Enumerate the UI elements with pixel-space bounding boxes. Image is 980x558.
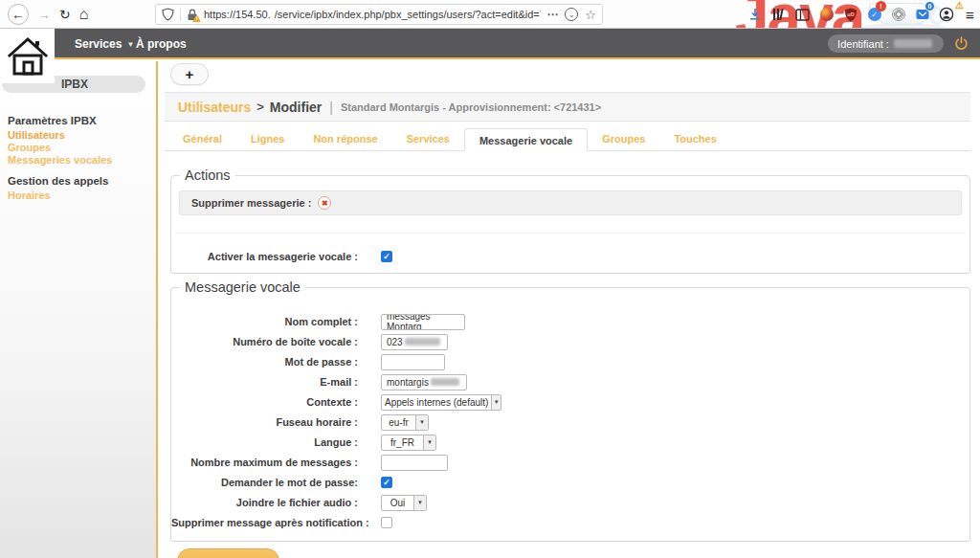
masked-value xyxy=(405,338,440,346)
add-button[interactable]: + xyxy=(170,63,209,85)
menu-hamburger-icon[interactable]: ≡ ⚠ xyxy=(962,7,978,23)
selected-value: fr_FR xyxy=(382,437,423,448)
account-icon[interactable] xyxy=(938,7,954,23)
breadcrumb-section-link[interactable]: Utilisateurs xyxy=(178,100,251,115)
field-label-supprimer-message-apr-s-notification: Supprimer message après notification : xyxy=(171,517,358,528)
actions-divider xyxy=(175,233,966,234)
breadcrumb: Utilisateurs > Modifier | Standard Monta… xyxy=(165,92,970,122)
url-text: https://154.50./service/ipbx/index.php/p… xyxy=(204,9,541,20)
form-row: Demander le mot de passe: xyxy=(171,475,969,490)
dropdown-arrow-icon: ▼ xyxy=(491,395,501,410)
field-label-nombre-maximum-de-messages: Nombre maximum de messages : xyxy=(171,457,358,468)
sidebar-item-messageries-vocales[interactable]: Messageries vocales xyxy=(8,154,152,166)
selected-value: Appels internes (default) xyxy=(382,397,491,408)
mail-extension-icon[interactable]: 0 xyxy=(914,7,930,23)
field-checkbox-supprimer-message-apr-s-notification[interactable] xyxy=(381,517,392,528)
sidebar-toggle-icon[interactable] xyxy=(794,7,811,23)
form-row: Langue :fr_FR▼ xyxy=(171,435,969,450)
sidebar-item-groupes[interactable]: Groupes xyxy=(8,142,152,153)
save-button[interactable] xyxy=(177,548,279,558)
field-label-e-mail: E-mail : xyxy=(171,376,358,388)
field-label-mot-de-passe: Mot de passe : xyxy=(171,356,358,368)
voicemail-section: Messagerie vocale Nom complet :messages … xyxy=(170,287,970,542)
field-input-nombre-maximum-de-messages[interactable] xyxy=(381,455,448,471)
breadcrumb-separator: > xyxy=(256,100,264,114)
enable-voicemail-checkbox[interactable] xyxy=(381,251,392,262)
identifiant-badge: Identifiant : xyxy=(828,34,944,53)
field-select-langue[interactable]: fr_FR▼ xyxy=(381,435,436,451)
field-label-fuseau-horaire: Fuseau horaire : xyxy=(171,416,358,428)
tracking-shield-icon[interactable] xyxy=(162,8,174,21)
actions-section: Actions Supprimer messagerie : ✖ Activer… xyxy=(170,175,970,274)
app-header: Services▼ À propos Identifiant : xyxy=(0,29,980,59)
menu-warning-icon: ⚠ xyxy=(955,0,964,11)
wheel-extension-icon[interactable] xyxy=(890,7,906,23)
sidebar-section-title: Gestion des appels xyxy=(8,175,152,187)
field-select-joindre-le-fichier-audio[interactable]: Oui▼ xyxy=(381,495,427,511)
breadcrumb-subtitle: Standard Montargis - Approvisionnement: … xyxy=(341,101,601,113)
delete-voicemail-row: Supprimer messagerie : ✖ xyxy=(179,190,962,215)
form-row: Joindre le fichier audio :Oui▼ xyxy=(171,495,969,510)
tab-non-r-ponse[interactable]: Non réponse xyxy=(299,128,391,150)
forward-button[interactable]: → xyxy=(37,7,51,22)
field-checkbox-demander-le-mot-de-passe[interactable] xyxy=(381,477,392,488)
tab-messagerie-vocale[interactable]: Messagerie vocale xyxy=(464,128,588,151)
masked-value xyxy=(431,378,459,386)
selected-value: eu-fr xyxy=(382,417,415,428)
verified-check-icon[interactable]: ✓ ! xyxy=(866,7,882,23)
adblock-shield-icon[interactable]: uD xyxy=(842,7,858,23)
field-value: 023 xyxy=(387,337,403,347)
library-icon[interactable] xyxy=(770,7,787,23)
home-button[interactable]: ⌂ xyxy=(79,6,89,23)
field-select-contexte[interactable]: Appels internes (default)▼ xyxy=(381,394,501,411)
urlbar-separator xyxy=(180,8,181,21)
address-bar[interactable]: https://154.50./service/ipbx/index.php/p… xyxy=(155,4,603,25)
tab-touches[interactable]: Touches xyxy=(659,128,730,150)
sidebar-item-horaires[interactable]: Horaires xyxy=(8,190,152,201)
tab-services[interactable]: Services xyxy=(392,128,464,150)
field-label-langue: Langue : xyxy=(171,436,358,448)
field-select-fuseau-horaire[interactable]: eu-fr▼ xyxy=(381,414,429,431)
tab-groupes[interactable]: Groupes xyxy=(588,128,659,150)
delete-voicemail-icon[interactable]: ✖ xyxy=(318,196,331,210)
field-input-mot-de-passe[interactable] xyxy=(381,354,445,370)
house-icon xyxy=(6,34,50,78)
form-row: Fuseau horaire :eu-fr▼ xyxy=(171,414,969,430)
page-actions-icon[interactable]: ⋯ xyxy=(546,8,558,21)
form-row: Numéro de boîte vocale :023 xyxy=(171,334,969,349)
count-badge: 0 xyxy=(924,1,935,11)
actions-legend: Actions xyxy=(180,167,235,183)
sidebar-item-utilisateurs[interactable]: Utilisateurs xyxy=(8,129,152,141)
field-value: montargis xyxy=(387,377,429,388)
field-label-joindre-le-fichier-audio: Joindre le fichier audio : xyxy=(171,497,358,508)
svg-text:uD: uD xyxy=(847,11,854,17)
enable-voicemail-label: Activer la messagerie vocale : xyxy=(171,251,358,262)
dropdown-arrow-icon: ▼ xyxy=(415,415,428,430)
field-input-num-ro-de-bo-te-vocale[interactable]: 023 xyxy=(381,334,448,350)
voicemail-fields: Nom complet :messages MontargNuméro de b… xyxy=(171,314,969,535)
field-value: messages Montarg xyxy=(387,314,459,330)
logout-power-icon[interactable] xyxy=(954,36,969,51)
insecure-lock-icon[interactable] xyxy=(187,9,198,21)
alert-badge: ! xyxy=(876,1,886,11)
back-button[interactable]: ← xyxy=(8,4,29,25)
field-input-nom-complet[interactable]: messages Montarg xyxy=(381,314,465,330)
proxy-extension-icon[interactable] xyxy=(818,7,835,23)
pocket-icon[interactable]: ⌄ xyxy=(565,8,578,21)
menu-apropos[interactable]: À propos xyxy=(136,29,187,59)
download-icon[interactable] xyxy=(746,7,763,23)
reload-button[interactable]: ↻ xyxy=(59,7,71,22)
field-input-e-mail[interactable]: montargis xyxy=(381,374,467,391)
tab-g-n-ral[interactable]: Général xyxy=(168,128,236,150)
menu-services[interactable]: Services▼ xyxy=(75,29,134,59)
browser-toolbar: About Java ← → ↻ ⌂ https://154.50./servi… xyxy=(0,0,980,29)
form-row: Mot de passe : xyxy=(171,354,969,369)
selected-value: Oui xyxy=(382,498,413,508)
dropdown-arrow-icon: ▼ xyxy=(413,496,426,510)
tab-lignes[interactable]: Lignes xyxy=(236,128,299,150)
app-logo[interactable] xyxy=(0,29,55,83)
bookmark-star-icon[interactable]: ☆ xyxy=(585,8,596,22)
form-row: Nombre maximum de messages : xyxy=(171,455,969,470)
voicemail-legend: Messagerie vocale xyxy=(180,279,305,295)
field-label-demander-le-mot-de-passe: Demander le mot de passe: xyxy=(171,477,358,488)
